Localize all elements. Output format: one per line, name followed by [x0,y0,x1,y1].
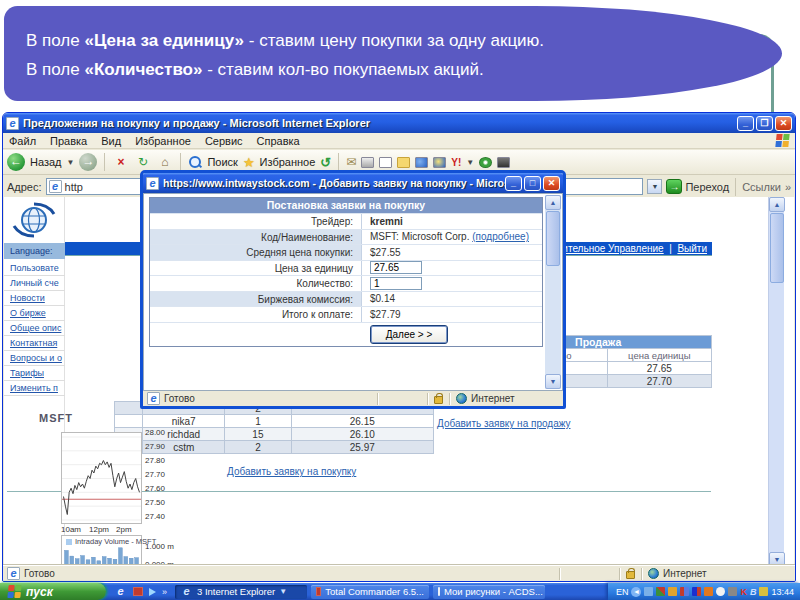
sidebar-item-tariffs[interactable]: Тарифы [4,366,65,381]
sidebar-item-settings[interactable]: Изменить п [4,381,65,396]
language-indicator[interactable]: EN [616,587,629,597]
dialog-scroll-down-icon[interactable]: ▼ [545,374,561,389]
tray-icon[interactable] [759,587,768,596]
tray-antivirus-icon[interactable]: K [740,587,747,597]
quantity-input[interactable] [370,277,422,290]
tray-icon[interactable] [644,587,653,596]
scroll-thumb[interactable] [770,213,784,283]
browser-titlebar[interactable]: e Предложения на покупку и продажу - Mic… [3,113,795,133]
favorites-label[interactable]: Избранное [260,156,316,168]
sidebar-item-exchange[interactable]: О бирже [4,306,65,321]
dialog-scrollbar[interactable]: ▲ ▼ [545,195,561,389]
history-icon[interactable]: ↺ [320,155,331,170]
back-label[interactable]: Назад [30,156,62,168]
dialog-close-button[interactable]: ✕ [543,176,560,191]
sidebar-item-overview[interactable]: Общее опис [4,321,65,336]
close-button[interactable]: ✕ [775,116,792,131]
back-dropdown-icon[interactable]: ▼ [67,158,75,167]
tray-icon[interactable] [716,587,725,596]
back-icon[interactable]: ← [7,153,25,171]
quicklaunch-ie-icon[interactable]: e [114,585,127,598]
form-row-total: Итого к оплате: $27.79 [150,306,542,322]
restore-button[interactable]: ❐ [756,116,773,131]
dialog-scroll-thumb[interactable] [546,211,560,266]
dialog-titlebar[interactable]: e https://www.intwaystock.com - Добавить… [143,173,563,193]
links-label[interactable]: Ссылки [742,181,781,193]
messenger-icon[interactable] [415,157,428,168]
sell-col-price: цена единицы [607,349,711,362]
yahoo-icon[interactable]: Y! [451,157,461,168]
menu-bar: Файл Правка Вид Избранное Сервис Справка [3,133,795,149]
tray-icon[interactable] [692,587,701,596]
mail-icon[interactable]: ✉ [346,155,356,169]
task-group-dropdown-icon: ▼ [279,587,287,596]
menu-favorites[interactable]: Избранное [135,135,191,147]
scroll-up-icon[interactable]: ▲ [769,197,785,212]
tray-b-icon[interactable]: B [750,587,757,597]
refresh-icon[interactable]: ↻ [134,154,151,170]
tray-collapse-icon[interactable]: ◄ [631,587,641,597]
sidebar-item-contacts[interactable]: Контактная [4,336,65,351]
dialog-maximize-button[interactable]: □ [524,176,541,191]
add-buy-order-link[interactable]: Добавить заявку на покупку [227,466,356,477]
y-tick: 27.50 [145,498,179,507]
tray-icon[interactable] [668,587,677,596]
sidebar-item-user[interactable]: Пользовате [4,261,65,276]
details-link[interactable]: (подробнее) [472,231,529,242]
minimize-button[interactable]: _ [737,116,754,131]
unit-price-input[interactable] [370,261,422,274]
tray-icon[interactable] [680,587,689,596]
menu-tools[interactable]: Сервис [205,135,243,147]
sidebar-item-faq[interactable]: Вопросы и о [4,351,65,366]
menu-view[interactable]: Вид [101,135,121,147]
edit-icon[interactable] [379,157,392,168]
start-button[interactable]: пуск [0,583,106,600]
dialog-page-icon: e [146,177,159,190]
tray-icon[interactable] [728,587,737,596]
folders-icon[interactable] [433,157,446,168]
quicklaunch-arrow-icon[interactable] [149,588,156,596]
y-tick: 27.70 [145,470,179,479]
y-tick: 27.40 [145,512,179,521]
media-icon[interactable] [497,157,510,168]
sidebar-item-news[interactable]: Новости [4,291,65,306]
home-icon[interactable]: ⌂ [156,154,173,170]
print-icon[interactable] [361,157,374,168]
dialog-scroll-up-icon[interactable]: ▲ [545,195,561,210]
address-dropdown-icon[interactable]: ▼ [647,179,662,194]
task-total-commander[interactable]: Total Commander 6.5... [311,585,429,599]
search-label[interactable]: Поиск [207,156,237,168]
windows-logo-icon [775,134,789,147]
forward-icon[interactable]: → [79,153,97,171]
dialog-minimize-button[interactable]: _ [505,176,522,191]
stop-icon[interactable]: × [112,154,129,170]
tray-icon[interactable] [656,587,665,596]
page-scrollbar[interactable]: ▲ ▼ [768,197,784,567]
icq-icon[interactable] [479,157,492,168]
ssl-lock-icon [626,571,635,579]
task-internet-explorer[interactable]: e 3 Internet Explorer ▼ [175,585,307,599]
links-more-icon[interactable]: » [785,181,791,193]
add-sell-order-link[interactable]: Добавить заявку на продажу [437,418,571,429]
nav-logout-link[interactable]: Выйти [677,243,707,254]
dialog-statusbar: e Готово Интернет [143,391,563,406]
go-button[interactable]: → Переход [666,179,729,194]
yahoo-dropdown-icon[interactable]: ▼ [466,158,474,167]
sidebar-item-account[interactable]: Личный сче [4,276,65,291]
tray-icon[interactable] [704,587,713,596]
menu-file[interactable]: Файл [9,135,36,147]
next-button[interactable]: Далее > > [370,325,448,344]
start-windows-flag-icon [7,585,21,598]
menu-help[interactable]: Справка [257,135,300,147]
search-icon[interactable] [188,155,202,169]
notes-icon[interactable] [397,157,410,168]
go-label: Переход [685,181,729,193]
y-tick: 28.00 [145,428,179,437]
quicklaunch-overflow-icon[interactable]: » [162,587,167,597]
favorites-icon[interactable]: ★ [243,155,255,170]
task-acdsee[interactable]: Мои рисунки - ACDS... [433,585,545,599]
quicklaunch-commander-icon[interactable] [133,587,143,596]
clock[interactable]: 13:44 [771,587,794,597]
form-row-avg-price: Средняя цена покупки: $27.55 [150,244,542,260]
menu-edit[interactable]: Правка [50,135,87,147]
